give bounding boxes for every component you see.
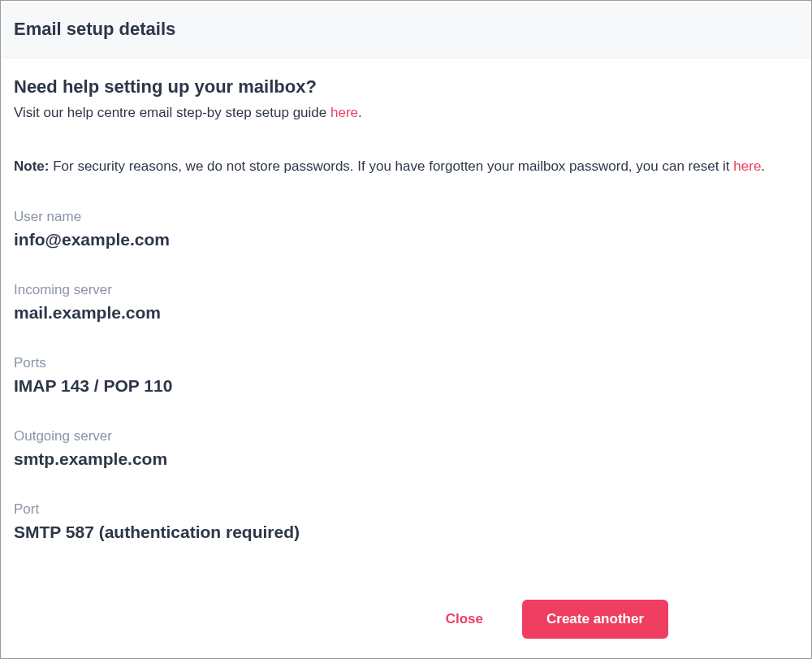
reset-password-link[interactable]: here <box>733 158 761 174</box>
incoming-ports-label: Ports <box>14 355 798 371</box>
incoming-server-label: Incoming server <box>14 282 798 298</box>
incoming-server-value: mail.example.com <box>14 303 798 323</box>
modal-footer: Close Create another <box>1 583 811 658</box>
note-text-after: . <box>761 158 765 174</box>
outgoing-server-value: smtp.example.com <box>14 449 798 469</box>
incoming-server-field: Incoming server mail.example.com <box>14 282 798 323</box>
help-guide-link[interactable]: here <box>330 105 358 120</box>
outgoing-port-value: SMTP 587 (authentication required) <box>14 522 798 542</box>
username-value: info@example.com <box>14 230 798 249</box>
outgoing-port-field: Port SMTP 587 (authentication required) <box>14 501 798 542</box>
email-setup-modal: Email setup details Need help setting up… <box>0 0 812 659</box>
help-text-after: . <box>358 105 362 120</box>
modal-header: Email setup details <box>1 1 811 59</box>
modal-title: Email setup details <box>14 19 798 40</box>
incoming-ports-field: Ports IMAP 143 / POP 110 <box>14 355 798 396</box>
note-text: Note: For security reasons, we do not st… <box>14 156 798 177</box>
outgoing-server-label: Outgoing server <box>14 428 798 444</box>
close-button[interactable]: Close <box>439 601 490 637</box>
note-text-before: For security reasons, we do not store pa… <box>49 158 733 174</box>
username-field: User name info@example.com <box>14 209 798 249</box>
create-another-button[interactable]: Create another <box>522 600 668 639</box>
outgoing-port-label: Port <box>14 501 798 518</box>
help-text: Visit our help centre email step-by step… <box>14 102 798 124</box>
incoming-ports-value: IMAP 143 / POP 110 <box>14 376 798 396</box>
username-label: User name <box>14 209 798 225</box>
help-heading: Need help setting up your mailbox? <box>14 76 798 98</box>
note-label: Note: <box>14 158 49 174</box>
outgoing-server-field: Outgoing server smtp.example.com <box>14 428 798 469</box>
help-text-before: Visit our help centre email step-by step… <box>14 105 330 120</box>
modal-body: Need help setting up your mailbox? Visit… <box>1 59 811 583</box>
